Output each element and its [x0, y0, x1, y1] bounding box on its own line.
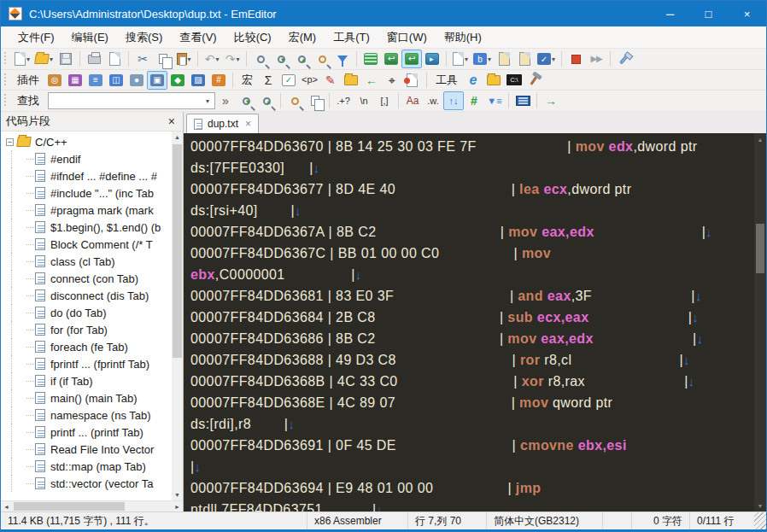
validate-button[interactable]: ✓▾ — [535, 50, 558, 68]
print-button[interactable] — [84, 50, 104, 68]
snippet-item[interactable]: Block Comment (/* T — [1, 236, 172, 253]
resize-grip[interactable] — [754, 512, 766, 529]
macro-select-button[interactable]: ⌖ — [382, 71, 402, 90]
macro-html-button[interactable]: <p> — [299, 71, 320, 90]
find-in-files-button[interactable] — [312, 50, 332, 68]
whole-word-button[interactable]: .w. — [423, 91, 443, 110]
find-button[interactable] — [250, 50, 271, 68]
run-macro-button[interactable]: ▶▶ — [586, 50, 606, 68]
status-encoding[interactable]: 简体中文(GB2312) — [486, 512, 602, 529]
menu-item[interactable]: 帮助(H) — [436, 26, 490, 49]
copy-button[interactable] — [153, 50, 173, 68]
findbar-next-button[interactable]: ▾ — [236, 91, 256, 110]
scroll-up-icon[interactable]: ▲ — [754, 133, 766, 145]
sidebar-horizontal-scrollbar[interactable]: ◄ ► — [1, 500, 183, 512]
stamp-all-button[interactable] — [514, 50, 535, 68]
pin-button[interactable] — [614, 50, 635, 68]
stamp-button[interactable] — [494, 50, 514, 68]
toolbar-grip[interactable] — [4, 52, 9, 66]
record-macro-button[interactable] — [565, 50, 586, 68]
close-button[interactable]: × — [728, 1, 766, 26]
menu-item[interactable]: 搜索(S) — [117, 26, 171, 49]
wrap-by-page-button[interactable] — [422, 50, 442, 68]
snippets-panel-close-button[interactable]: × — [166, 114, 178, 128]
toolbar-grip[interactable] — [4, 94, 9, 108]
snippet-item[interactable]: #endif — [1, 150, 172, 167]
findbar-find-in-files-button[interactable] — [284, 91, 305, 110]
plugin-window-list-button[interactable]: ▨ — [188, 71, 208, 90]
menu-item[interactable]: 比较(C) — [225, 26, 280, 49]
jump-button[interactable]: → — [541, 91, 561, 110]
snippet-item[interactable]: #pragma mark (mark — [1, 202, 172, 219]
scroll-right-icon[interactable]: ► — [172, 504, 183, 510]
save-button[interactable] — [56, 50, 76, 68]
snippet-item[interactable]: main() (main Tab) — [1, 389, 172, 406]
macro-open-button[interactable] — [341, 71, 361, 90]
find-previous-button[interactable]: ▴ — [291, 50, 312, 68]
plugin-comment-button[interactable]: ● — [126, 71, 147, 90]
snippet-item[interactable]: #include "..." (inc Tab — [1, 184, 172, 202]
editor[interactable]: 00007FF84DD63670 | 8B 14 25 30 03 FE 7F … — [184, 133, 766, 512]
snippet-item[interactable]: foreach (fe Tab) — [1, 338, 172, 355]
number-button[interactable]: # — [464, 91, 484, 110]
editor-vertical-scrollbar[interactable]: ▲ ▼ — [754, 133, 766, 512]
snippet-item[interactable]: disconnect (dis Tab) — [1, 287, 172, 304]
status-syntax[interactable]: x86 Assembler — [307, 512, 407, 529]
snippet-item[interactable]: if (if Tab) — [1, 372, 172, 389]
menu-item[interactable]: 查看(V) — [171, 26, 225, 49]
findbar-extract-button[interactable] — [305, 91, 325, 110]
escape-sequence-button[interactable]: \n — [354, 91, 374, 110]
match-case-button[interactable]: Aa — [402, 91, 423, 110]
menu-item[interactable]: 窗口(W) — [378, 26, 436, 49]
wrap-by-character-button[interactable] — [381, 50, 401, 68]
wrap-by-window-button[interactable] — [401, 50, 422, 68]
tool-export-button[interactable] — [483, 71, 504, 90]
snippet-item[interactable]: for (for Tab) — [1, 321, 172, 338]
menu-item[interactable]: 工具(T) — [325, 26, 378, 49]
tab-close-icon[interactable]: × — [245, 118, 251, 130]
number-range-button[interactable]: [,] — [374, 91, 395, 110]
scroll-down-icon[interactable]: ▼ — [172, 489, 183, 500]
macro-back-button[interactable]: ← — [361, 71, 382, 90]
macro-edit-button[interactable]: ✓ — [278, 71, 299, 90]
find-more-button[interactable]: » — [215, 91, 236, 110]
menu-item[interactable]: 文件(F) — [9, 26, 63, 49]
snippet-item[interactable]: Read File Into Vector — [1, 441, 172, 458]
regex-button[interactable]: .+? — [333, 91, 354, 110]
maximize-button[interactable]: □ — [689, 1, 728, 26]
incremental-search-button[interactable]: ↑↓ — [443, 91, 464, 110]
plugin-chart-button[interactable]: ◆ — [167, 71, 188, 90]
scroll-down-icon[interactable]: ▼ — [754, 500, 766, 512]
full-screen-button[interactable] — [512, 91, 533, 110]
snippet-item[interactable]: $1.begin(), $1.end() (b — [1, 219, 172, 236]
show-marks-button[interactable]: ▾ — [450, 50, 471, 68]
findbar-prev-button[interactable]: ▴ — [256, 91, 277, 110]
snippet-tree[interactable]: − C/C++ #endif#ifndef ... #define ... ##… — [1, 132, 172, 500]
tool-command-prompt-button[interactable]: C:\ — [504, 71, 524, 90]
plugin-lines-button[interactable]: ≡ — [85, 71, 106, 90]
menu-item[interactable]: 宏(M) — [280, 26, 325, 49]
encoding-button[interactable]: b▾ — [471, 50, 494, 68]
new-file-button[interactable]: ▾ — [12, 50, 32, 68]
paste-button[interactable]: ▾ — [173, 50, 194, 68]
snippet-item[interactable]: class (cl Tab) — [1, 253, 172, 270]
snippet-item[interactable]: do (do Tab) — [1, 304, 172, 321]
combo-dropdown-icon[interactable]: ▾ — [201, 93, 214, 108]
filter-button[interactable] — [332, 50, 353, 68]
find-input[interactable]: ▾ — [48, 92, 215, 109]
macro-colors-button[interactable]: ✎ — [320, 71, 341, 90]
no-wrap-button[interactable] — [360, 50, 381, 68]
status-cursor-position[interactable]: 行 7,列 70 — [407, 512, 486, 529]
plugin-snippets-button[interactable]: ▣ — [147, 71, 167, 90]
open-file-button[interactable]: ▾ — [32, 50, 56, 68]
tool-hammer-button[interactable] — [524, 71, 545, 90]
tool-browser-button[interactable]: e — [463, 71, 483, 90]
cut-button[interactable]: ✂ — [132, 50, 153, 68]
snippet-item[interactable]: namespace (ns Tab) — [1, 406, 172, 424]
macro-sigma-button[interactable]: Σ — [258, 71, 278, 90]
plugin-windows-button[interactable]: ◫ — [106, 71, 126, 90]
print-preview-button[interactable] — [104, 50, 125, 68]
macro-record-doc-button[interactable] — [402, 71, 423, 90]
scrollbar-thumb[interactable] — [756, 224, 764, 273]
plugin-number-button[interactable]: ▦ — [65, 71, 85, 90]
